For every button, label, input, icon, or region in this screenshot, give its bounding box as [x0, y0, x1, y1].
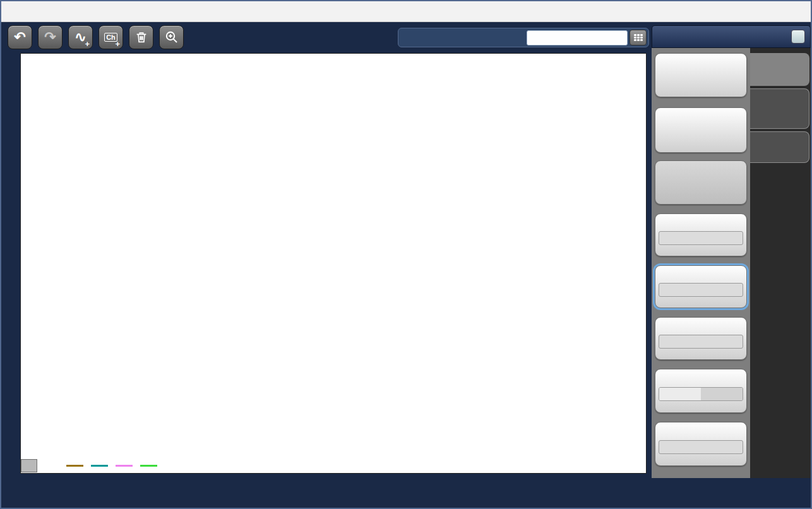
- vna-application-window: ↶ ↷ ∿+ Ch+: [0, 0, 812, 509]
- scale-value: [659, 231, 743, 245]
- zoom-icon: [164, 30, 179, 45]
- reference-level-input[interactable]: [527, 30, 628, 45]
- legend-dash-tr4: [140, 465, 157, 467]
- y-axis-linear-option[interactable]: [659, 388, 701, 400]
- reference-level-widget: [398, 28, 649, 47]
- scale-panel-tab-column: [750, 48, 811, 478]
- tab-constants[interactable]: [750, 131, 809, 163]
- graph-area: [20, 53, 647, 474]
- scale-coupling-button[interactable]: [655, 422, 747, 466]
- scale-panel: [652, 25, 811, 478]
- reference-position-button[interactable]: [655, 317, 747, 360]
- status-bar: [1, 477, 811, 509]
- scale-coupling-value: [659, 440, 743, 454]
- close-button[interactable]: [791, 30, 805, 44]
- scale-button[interactable]: [655, 213, 747, 256]
- y-axis-spacing-button[interactable]: [655, 369, 747, 413]
- tab-electrical-delay[interactable]: [750, 88, 809, 129]
- zoom-button[interactable]: [159, 25, 184, 49]
- add-trace-button[interactable]: ∿+: [68, 25, 93, 49]
- reference-position-value: [659, 335, 743, 349]
- redo-icon: ↷: [44, 29, 56, 45]
- empty-softkey: [655, 160, 747, 205]
- keypad-button[interactable]: [630, 30, 647, 45]
- add-channel-button[interactable]: Ch+: [99, 25, 123, 49]
- reference-level-value: [659, 283, 743, 297]
- scale-panel-header[interactable]: [652, 25, 811, 48]
- plot-traces: [21, 54, 647, 474]
- undo-icon: ↶: [14, 29, 25, 45]
- y-axis-spacing-toggle[interactable]: [659, 387, 743, 401]
- scale-panel-body: [652, 48, 750, 478]
- autoscale-all-button[interactable]: [655, 107, 747, 153]
- reference-level-button[interactable]: [655, 265, 747, 308]
- channel-strip: [21, 458, 646, 473]
- autoscale-button[interactable]: [655, 53, 747, 97]
- y-axis-log-option[interactable]: [701, 388, 743, 400]
- status-row-1: [4, 479, 811, 493]
- legend-dash-tr3: [116, 465, 133, 467]
- status-row-2: [4, 495, 811, 509]
- redo-button[interactable]: ↷: [38, 25, 63, 49]
- keypad-icon: [634, 34, 643, 41]
- undo-button[interactable]: ↶: [8, 25, 32, 49]
- trash-icon: [134, 30, 148, 44]
- tab-main[interactable]: [750, 53, 809, 86]
- legend-dash-tr2: [91, 465, 108, 467]
- legend-dash-tr1: [66, 465, 83, 467]
- delete-button[interactable]: [129, 25, 153, 49]
- menu-bar: [1, 1, 811, 22]
- channel-index-badge[interactable]: [21, 459, 37, 472]
